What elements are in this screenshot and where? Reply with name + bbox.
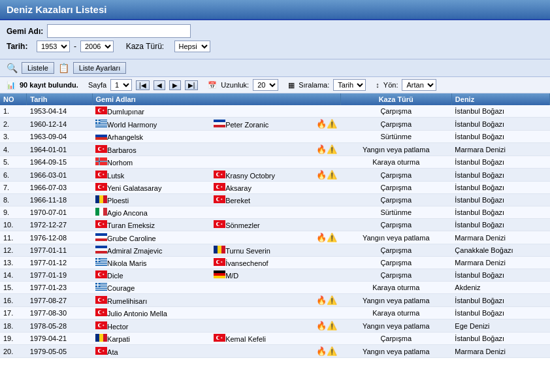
- accident-type-cell: Karaya oturma: [340, 307, 451, 319]
- table-row[interactable]: 18. 1978-05-28 Hector 🔥⚠️ Yangın veya pa…: [0, 319, 550, 333]
- table-row[interactable]: 11. 1976-12-08 Grube Caroline 🔥⚠️ Yangın…: [0, 231, 550, 244]
- date-to-select[interactable]: 2006: [80, 41, 114, 52]
- ship2-cell: Aksaray: [210, 182, 313, 194]
- ship2-name: Kemal Kefeli: [225, 335, 266, 343]
- next-page-btn[interactable]: ▶: [169, 80, 181, 90]
- ship2-cell: İvansechenof: [210, 257, 313, 269]
- row-number: 19.: [0, 333, 27, 345]
- svg-point-84: [99, 273, 103, 276]
- date-from-select[interactable]: 1953: [37, 41, 70, 52]
- svg-rect-86: [214, 270, 225, 273]
- row-date: 1976-12-08: [27, 231, 92, 244]
- row-number: 6.: [0, 169, 27, 182]
- table-row[interactable]: 2. 1960-12-14 World Harmony Peter Zorani…: [0, 118, 550, 131]
- first-page-btn[interactable]: |◀: [136, 80, 150, 90]
- icons-cell: [313, 244, 340, 257]
- sea-cell: Ege Denizi: [451, 319, 549, 333]
- sort-select[interactable]: Tarih: [333, 79, 366, 91]
- ship2-cell: Peter Zoranic: [210, 118, 313, 131]
- sea-cell: İstanbul Boğazı: [451, 194, 549, 206]
- row-date: 1977-08-30: [27, 307, 92, 319]
- accident-type-cell: Yangın veya patlama: [340, 231, 451, 244]
- svg-point-29: [99, 172, 103, 176]
- svg-rect-63: [95, 238, 107, 241]
- table-row[interactable]: 12. 1977-01-11 Admiral Zmajevic Turnu Se…: [0, 244, 550, 257]
- table-row[interactable]: 9. 1970-07-01 Agio Ancona Sürtünme İstan…: [0, 206, 550, 219]
- table-row[interactable]: 19. 1979-04-21 Karpati Kemal Kefeli Çarp…: [0, 333, 550, 345]
- table-row[interactable]: 13. 1977-01-12 Nikola Maris İvansechenof…: [0, 257, 550, 269]
- last-page-btn[interactable]: ▶|: [185, 80, 199, 90]
- table-row[interactable]: 4. 1964-01-01 Barbaros 🔥⚠️ Yangın veya p…: [0, 143, 550, 156]
- table-row[interactable]: 7. 1966-07-03 Yeni Galatasaray Aksaray Ç…: [0, 182, 550, 194]
- accident-type-select[interactable]: Hepsi: [174, 41, 210, 52]
- list-button[interactable]: Listele: [22, 62, 54, 74]
- accident-type-cell: Çarpışma: [340, 333, 451, 345]
- icons-cell: [313, 282, 340, 294]
- fire-icon: 🔥: [316, 295, 327, 305]
- icons-cell: [313, 307, 340, 319]
- table-row[interactable]: 3. 1963-09-04 Arhangelsk Sürtünme İstanb…: [0, 131, 550, 143]
- table-row[interactable]: 17. 1977-08-30 Julio Antonio Mella Karay…: [0, 307, 550, 319]
- sea-cell: İstanbul Boğazı: [451, 219, 549, 231]
- table-row[interactable]: 14. 1977-01-19 Dicle M/D Çarpışma İstanb…: [0, 269, 550, 282]
- ship1-cell: Admiral Zmajevic: [92, 244, 210, 257]
- row-number: 11.: [0, 231, 27, 244]
- icons-cell: [313, 156, 340, 169]
- table-row[interactable]: 1. 1953-04-14 Dumlupınar Çarpışma İstanb…: [0, 105, 550, 118]
- svg-rect-51: [99, 208, 103, 216]
- ship1-cell: Hector: [92, 319, 210, 333]
- ship-hazard-icon: ⚠️: [327, 346, 337, 356]
- ship1-cell: Ata: [92, 345, 210, 358]
- ship2-cell: M/D: [210, 269, 313, 282]
- accident-type-cell: Karaya oturma: [340, 156, 451, 169]
- svg-rect-44: [99, 195, 103, 203]
- row-number: 17.: [0, 307, 27, 319]
- ship-input[interactable]: [47, 24, 191, 38]
- ship1-cell: Agio Ancona: [92, 206, 210, 219]
- ship1-name: Dumlupınar: [107, 108, 144, 116]
- ship1-cell: Yeni Galatasaray: [92, 182, 210, 194]
- length-select[interactable]: 20: [253, 79, 278, 91]
- row-number: 20.: [0, 345, 27, 358]
- sort-label: Sıralama:: [299, 81, 329, 89]
- settings-button[interactable]: Liste Ayarları: [73, 62, 126, 74]
- icons-cell: 🔥⚠️: [313, 319, 340, 333]
- page-select[interactable]: 1: [110, 79, 132, 91]
- accident-type-cell: Sürtünme: [340, 206, 451, 219]
- ship2-cell: [210, 282, 313, 294]
- table-row[interactable]: 8. 1966-11-18 Ploesti Bereket Çarpışma İ…: [0, 194, 550, 206]
- ship1-name: Ata: [107, 348, 118, 356]
- svg-rect-65: [95, 248, 107, 251]
- svg-rect-17: [95, 137, 107, 140]
- ship-hazard-icon: ⚠️: [327, 119, 337, 129]
- svg-rect-26: [95, 161, 107, 162]
- table-row[interactable]: 20. 1979-05-05 Ata 🔥⚠️ Yangın veya patla…: [0, 345, 550, 358]
- accident-type-cell: Çarpışma: [340, 182, 451, 194]
- prev-page-btn[interactable]: ◀: [154, 80, 165, 90]
- ship1-cell: Norhom: [92, 156, 210, 169]
- table-row[interactable]: 10. 1972-12-27 Turan Emeksiz Sönmezler Ç…: [0, 219, 550, 231]
- sea-cell: Çanakkale Boğazı: [451, 244, 549, 257]
- dir-label: Yön:: [383, 81, 398, 89]
- table-row[interactable]: 15. 1977-01-23 Courage Karaya oturma Akd…: [0, 282, 550, 294]
- svg-rect-15: [95, 132, 107, 135]
- svg-rect-77: [95, 260, 101, 261]
- row-number: 14.: [0, 269, 27, 282]
- dir-select[interactable]: Artan: [402, 79, 436, 91]
- table-row[interactable]: 16. 1977-08-27 Rumelihisarı 🔥⚠️ Yangın v…: [0, 294, 550, 307]
- col-no: NO: [0, 93, 27, 105]
- ship2-cell: [210, 345, 313, 358]
- table-row[interactable]: 6. 1966-03-01 Lutsk Krasny Octobry 🔥⚠️ Ç…: [0, 169, 550, 182]
- svg-rect-96: [95, 285, 101, 286]
- icons-cell: [313, 333, 340, 345]
- ship1-name: Courage: [107, 284, 135, 292]
- svg-rect-74: [95, 264, 107, 265]
- settings-icon: 📋: [58, 63, 69, 73]
- svg-point-48: [218, 198, 221, 201]
- ship1-cell: Lutsk: [92, 169, 210, 182]
- ship-hazard-icon: ⚠️: [327, 321, 337, 331]
- table-row[interactable]: 5. 1964-09-15 Norhom Karaya oturma İstan…: [0, 156, 550, 169]
- row-date: 1964-01-01: [27, 143, 92, 156]
- svg-point-55: [99, 223, 103, 226]
- svg-rect-11: [95, 121, 101, 122]
